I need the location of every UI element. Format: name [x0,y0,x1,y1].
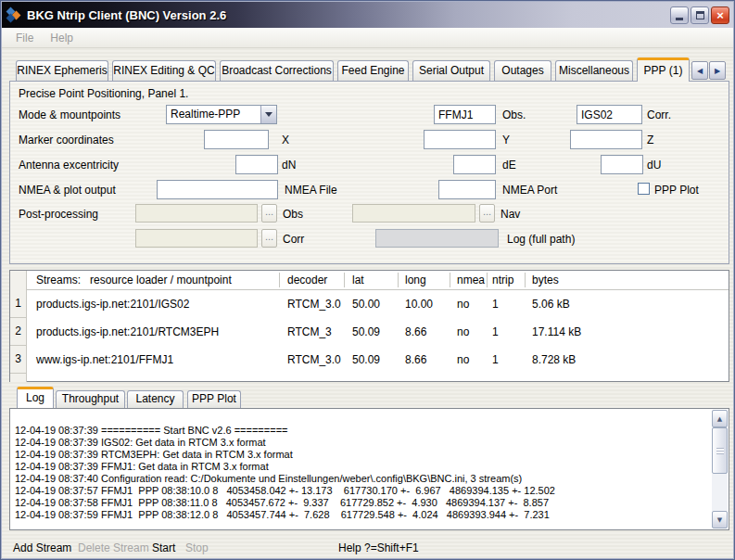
window-title: BKG Ntrip Client (BNC) Version 2.6 [27,8,226,22]
cell-ntrip: 1 [492,325,499,338]
log-line: 12-04-19 08:37:57 FFMJ1 PPP 08:38:10.0 8… [15,485,708,497]
log-output[interactable]: 12-04-19 08:37:39 ========== Start BNC v… [9,408,729,530]
cell-long: 8.66 [405,353,426,366]
titlebar[interactable]: BKG Ntrip Client (BNC) Version 2.6 × [2,2,733,28]
browse-obs-button[interactable]: ... [261,204,277,223]
cell-nmea: no [457,353,469,366]
z-label: Z [647,134,653,146]
tab-ppp-1[interactable]: PPP (1) [637,57,690,82]
tab-log[interactable]: Log [17,387,54,408]
table-row-3[interactable]: 3 www.igs-ip.net:2101/FFMJ1 RTCM_3.0 50.… [10,346,729,374]
tab-outages[interactable]: Outages [494,60,551,81]
tab-feed-engine[interactable]: Feed Engine [337,60,409,81]
minimize-icon [676,18,683,20]
cell-decoder: RTCM_3.0 [287,298,341,311]
menubar: File Help [2,28,733,48]
col-header-long[interactable]: long [405,274,426,286]
de-label: dE [502,159,516,172]
add-stream-button[interactable]: Add Stream [13,541,71,554]
col-header-bytes[interactable]: bytes [532,274,559,286]
post-obs-file-input [135,204,258,223]
cell-decoder: RTCM_3 [287,325,332,338]
obs-mountpoint-input[interactable] [434,105,496,124]
corr-mountpoint-input[interactable] [577,105,642,124]
streams-table: Streams: resource loader / mountpoint de… [9,270,729,382]
maximize-icon [696,11,704,19]
tab-broadcast-corrections[interactable]: Broadcast Corrections [220,60,334,81]
tab-rinex-editing-qc[interactable]: RINEX Editing & QC [112,60,216,81]
menu-help[interactable]: Help [42,30,82,46]
tab-scroll-right-button[interactable]: ▶ [709,61,726,80]
cell-decoder: RTCM_3.0 [287,353,341,366]
help-button[interactable]: Help ?=Shift+F1 [338,541,419,554]
menu-file[interactable]: File [7,30,42,46]
log-line: 12-04-19 08:37:39 RTCM3EPH: Get data in … [15,449,708,461]
obs-label: Obs. [502,108,526,121]
dropdown-button[interactable] [260,106,276,123]
bnc-window: BKG Ntrip Client (BNC) Version 2.6 × Fil… [0,0,735,560]
cell-lat: 50.00 [352,298,380,311]
nmea-port-input[interactable] [438,180,496,199]
mode-mountpoints-label: Mode & mountpoints [19,108,120,121]
column-divider [487,273,488,287]
tab-ppp-plot[interactable]: PPP Plot [187,390,241,408]
arrow-up-icon: ▲ [717,415,722,423]
column-divider [398,273,399,287]
cell-bytes: 17.114 kB [532,325,581,338]
start-button[interactable]: Start [152,541,175,554]
log-scrollbar[interactable]: ▲ ▼ [712,410,728,528]
tab-serial-output[interactable]: Serial Output [412,60,490,81]
maximize-button[interactable] [691,6,709,24]
log-line: 12-04-19 08:37:40 Configuration read: C:… [15,473,708,485]
column-divider [279,273,280,287]
tab-throughput[interactable]: Throughput [56,390,125,408]
ppp-plot-checkbox[interactable] [638,183,650,195]
table-corner-cell [10,271,27,290]
minimize-button[interactable] [670,6,689,24]
marker-y-input[interactable] [424,130,496,149]
col-header-ntrip[interactable]: ntrip [492,274,513,286]
column-divider [344,273,345,287]
log-line: 12-04-19 08:37:39 FFMJ1: Get data in RTC… [15,461,708,473]
log-line: 12-04-19 08:37:59 FFMJ1 PPP 08:38:12.0 8… [15,509,708,521]
tab-scroll-left-button[interactable]: ◀ [691,61,708,80]
marker-x-input[interactable] [204,130,269,149]
y-label: Y [502,134,510,146]
post-processing-label: Post-processing [19,208,98,221]
cell-long: 10.00 [405,298,433,311]
scroll-down-button[interactable]: ▼ [712,511,728,528]
scroll-up-button[interactable]: ▲ [712,410,728,427]
arrow-left-icon: ◀ [697,67,703,75]
col-header-lat[interactable]: lat [352,274,364,286]
table-row-2[interactable]: 2 products.igs-ip.net:2101/RTCM3EPH RTCM… [10,318,729,346]
post-nav-file-input [352,204,475,223]
antenna-dn-input[interactable] [235,155,278,174]
close-button[interactable]: × [711,6,729,24]
nmea-file-input[interactable] [157,180,278,199]
col-header-nmea[interactable]: nmea [457,274,485,286]
col-header-decoder[interactable]: decoder [287,274,327,286]
antenna-de-input[interactable] [453,155,496,174]
ppp-mode-select[interactable]: Realtime-PPP [166,105,277,124]
bkg-app-icon [6,7,22,22]
tab-latency[interactable]: Latency [127,390,184,408]
marker-z-input[interactable] [570,130,642,149]
du-label: dU [647,159,661,172]
chevron-down-icon [265,112,272,117]
tab-rinex-ephemeris[interactable]: RINEX Ephemeris [16,60,108,81]
col-header-mountpoint[interactable]: Streams: resource loader / mountpoint [36,274,232,286]
browse-nav-button[interactable]: ... [479,204,495,223]
cell-bytes: 8.728 kB [532,353,576,366]
post-log-file-input [375,229,499,248]
cell-mountpoint: www.igs-ip.net:2101/FFMJ1 [36,353,173,366]
scrollbar-thumb[interactable] [712,427,728,474]
ppp-mode-value: Realtime-PPP [171,108,240,121]
browse-corr-button[interactable]: ... [261,229,277,248]
post-nav-label: Nav [501,208,520,221]
antenna-du-input[interactable] [601,155,643,174]
table-row-1[interactable]: 1 products.igs-ip.net:2101/IGS02 RTCM_3.… [10,290,729,318]
tab-miscellaneous[interactable]: Miscellaneous [555,60,633,81]
arrow-right-icon: ▶ [715,67,720,75]
thumb-grip-icon [716,448,724,454]
cell-lat: 50.09 [352,353,380,366]
